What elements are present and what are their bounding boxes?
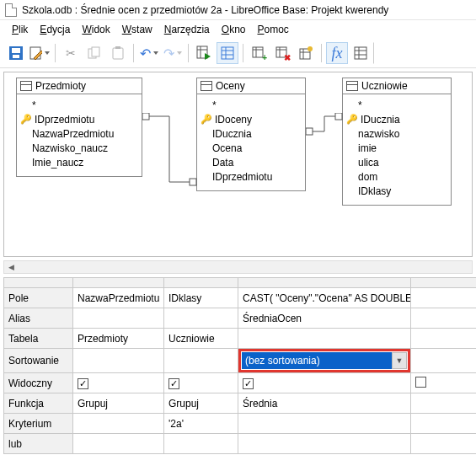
cell-function-3[interactable]: Średnia xyxy=(238,393,411,414)
cell-field-4[interactable] xyxy=(411,288,477,308)
cell-sort-1[interactable] xyxy=(73,349,164,373)
cell-visible-4[interactable] xyxy=(411,373,477,393)
field-star[interactable]: * xyxy=(32,98,138,112)
field-idoceny[interactable]: 🔑IDoceny xyxy=(212,112,302,126)
visible-checkbox-4[interactable] xyxy=(415,377,426,388)
cell-sort-3[interactable]: (bez sortowania) ▼ xyxy=(238,349,411,373)
row-label-function[interactable]: Funkcja xyxy=(4,393,73,414)
row-label-sort[interactable]: Sortowanie xyxy=(4,349,73,373)
row-label-alias[interactable]: Alias xyxy=(4,308,73,329)
new-table-button[interactable] xyxy=(295,42,317,64)
cell-criterion-3[interactable] xyxy=(238,414,411,434)
cell-table-4[interactable] xyxy=(411,329,477,349)
run-query-button[interactable] xyxy=(193,42,215,64)
cell-or-1[interactable] xyxy=(73,434,164,454)
field-idklasy[interactable]: IDklasy xyxy=(358,184,447,198)
field-data[interactable]: Data xyxy=(212,155,302,169)
copy-button[interactable] xyxy=(83,42,105,64)
horizontal-scrollbar[interactable]: ◀ xyxy=(3,260,473,274)
field-star[interactable]: * xyxy=(212,98,302,112)
cell-alias-4[interactable] xyxy=(411,308,477,329)
cell-field-1[interactable]: NazwaPrzedmiotu xyxy=(73,288,164,308)
sort-dropdown[interactable]: (bez sortowania) ▼ xyxy=(242,352,407,369)
cell-function-1[interactable]: Grupuj xyxy=(73,393,164,414)
field-nazwaprzedmiotu[interactable]: NazwaPrzedmiotu xyxy=(32,126,138,141)
cell-function-4[interactable] xyxy=(411,393,477,414)
cell-visible-1[interactable] xyxy=(73,373,164,393)
menu-okno[interactable]: Okno xyxy=(217,22,251,37)
chevron-down-icon[interactable]: ▼ xyxy=(392,352,407,369)
cell-table-3[interactable] xyxy=(238,329,411,349)
relation-line-2[interactable] xyxy=(306,113,344,138)
paste-button[interactable] xyxy=(107,42,129,64)
menu-pomoc[interactable]: Pomoc xyxy=(252,22,293,37)
cell-field-2[interactable]: IDklasy xyxy=(164,288,238,308)
undo-button[interactable]: ↶ xyxy=(138,42,160,64)
add-table-button[interactable]: + xyxy=(248,42,270,64)
field-idprzedmiotu[interactable]: 🔑IDprzedmiotu xyxy=(32,112,138,126)
col-header-3[interactable] xyxy=(238,278,411,288)
cell-alias-3[interactable]: ŚredniaOcen xyxy=(238,308,411,329)
design-view-button[interactable] xyxy=(217,42,238,64)
cell-or-3[interactable] xyxy=(238,434,411,454)
functions-button[interactable]: fx xyxy=(326,42,348,64)
field-ocena[interactable]: Ocena xyxy=(212,141,302,155)
cell-sort-2[interactable] xyxy=(164,349,238,373)
row-label-field[interactable]: Pole xyxy=(4,288,73,308)
relation-line-1[interactable] xyxy=(142,113,198,189)
field-iducznia[interactable]: IDucznia xyxy=(212,126,302,141)
cell-criterion-4[interactable] xyxy=(411,414,477,434)
menu-plik[interactable]: Plik xyxy=(7,22,33,37)
table-box-uczniowie[interactable]: Uczniowie * 🔑IDucznia nazwisko imie ulic… xyxy=(342,78,452,206)
cell-table-1[interactable]: Przedmioty xyxy=(73,329,164,349)
field-ulica[interactable]: ulica xyxy=(358,155,447,169)
cell-visible-3[interactable] xyxy=(238,373,411,393)
cell-sort-4[interactable] xyxy=(411,349,477,373)
cell-alias-2[interactable] xyxy=(164,308,238,329)
save-button[interactable] xyxy=(5,42,27,64)
cell-alias-1[interactable] xyxy=(73,308,164,329)
scroll-left-button[interactable]: ◀ xyxy=(4,261,18,273)
edit-mode-button[interactable] xyxy=(29,42,51,64)
field-star[interactable]: * xyxy=(358,98,447,112)
visible-checkbox-3[interactable] xyxy=(243,378,254,389)
col-header-2[interactable] xyxy=(164,278,238,288)
field-nazwisko-naucz[interactable]: Nazwisko_naucz xyxy=(32,141,138,155)
cell-table-2[interactable]: Uczniowie xyxy=(164,329,238,349)
cell-or-2[interactable] xyxy=(164,434,238,454)
cell-field-3[interactable]: CAST( "Oceny"."Ocena" AS DOUBLE ) xyxy=(238,288,411,308)
field-idprzedmiotu[interactable]: IDprzedmiotu xyxy=(212,169,302,184)
row-label-table[interactable]: Tabela xyxy=(4,329,73,349)
field-nazwisko[interactable]: nazwisko xyxy=(358,126,447,141)
cut-button[interactable]: ✂ xyxy=(60,42,82,64)
menu-wstaw[interactable]: Wstaw xyxy=(117,22,158,37)
row-label-visible[interactable]: Widoczny xyxy=(4,373,73,393)
remove-table-button[interactable]: ✖ xyxy=(271,42,293,64)
grid-corner[interactable] xyxy=(4,278,73,288)
row-label-criterion[interactable]: Kryterium xyxy=(4,414,73,434)
toolbar-overflow[interactable] xyxy=(373,42,382,64)
menu-edycja[interactable]: Edycja xyxy=(35,22,75,37)
redo-button[interactable]: ↷ xyxy=(162,42,184,64)
cell-criterion-1[interactable] xyxy=(73,414,164,434)
row-label-or[interactable]: lub xyxy=(4,434,73,454)
menu-narzedzia[interactable]: Narzędzia xyxy=(159,22,215,37)
table-names-button[interactable] xyxy=(350,42,372,64)
col-header-4[interactable] xyxy=(411,278,477,288)
visible-checkbox-2[interactable] xyxy=(168,378,179,389)
field-iducznia[interactable]: 🔑IDucznia xyxy=(358,112,447,126)
menu-widok[interactable]: Widok xyxy=(77,22,115,37)
field-dom[interactable]: dom xyxy=(358,169,447,184)
col-header-1[interactable] xyxy=(73,278,164,288)
cell-criterion-2[interactable]: '2a' xyxy=(164,414,238,434)
cell-visible-2[interactable] xyxy=(164,373,238,393)
cell-or-4[interactable] xyxy=(411,434,477,454)
field-imie[interactable]: imie xyxy=(358,141,447,155)
table-box-przedmioty[interactable]: Przedmioty * 🔑IDprzedmiotu NazwaPrzedmio… xyxy=(16,78,142,177)
field-imie-naucz[interactable]: Imie_naucz xyxy=(32,155,138,169)
table-box-oceny[interactable]: Oceny * 🔑IDoceny IDucznia Ocena Data IDp… xyxy=(196,78,306,191)
query-design-area[interactable]: Przedmioty * 🔑IDprzedmiotu NazwaPrzedmio… xyxy=(3,72,473,257)
svg-rect-27 xyxy=(190,179,196,185)
cell-function-2[interactable]: Grupuj xyxy=(164,393,238,414)
visible-checkbox-1[interactable] xyxy=(78,378,88,389)
